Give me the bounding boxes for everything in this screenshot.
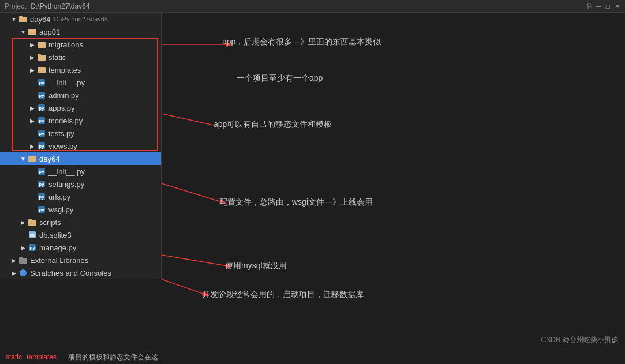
tree-item-scripts[interactable]: ▶ scripts <box>0 216 161 228</box>
svg-text:py: py <box>39 106 44 111</box>
tree-item-apps[interactable]: ▶ py apps.py <box>0 102 161 114</box>
tree-label-templates: templates <box>48 66 81 74</box>
tree-label-scripts: scripts <box>39 218 61 227</box>
tree-item-admin[interactable]: ▶ py admin.py <box>0 89 161 102</box>
tree-item-init2[interactable]: ▶ py __init__.py <box>0 165 161 178</box>
tree-label-day64: day64 <box>30 15 50 24</box>
tree-item-migrations[interactable]: ▶ migrations <box>0 38 161 51</box>
tree-item-settings[interactable]: ▶ py settings.py <box>0 178 161 190</box>
svg-text:py: py <box>39 207 44 212</box>
py-icon-apps: py <box>37 103 46 112</box>
chevron-right-icon: ▶ <box>18 217 28 227</box>
tree-item-day64-root[interactable]: ▼ day64 D:\Python27\day64 <box>0 13 161 25</box>
sidebar-wrapper: ▼ day64 D:\Python27\day64 ▼ app01 ▶ <box>0 13 162 350</box>
main-content: ▼ day64 D:\Python27\day64 ▼ app01 ▶ <box>0 13 625 350</box>
bottom-status-bar: static templates 项目的模板和静态文件会在这 <box>0 350 625 364</box>
svg-rect-1 <box>19 16 23 18</box>
svg-rect-39 <box>19 257 23 259</box>
annotation-4: 配置文件，总路由，wsgi文件---》上线会用 <box>219 197 373 208</box>
tree-label-day64-pkg: day64 <box>39 155 59 163</box>
svg-text:py: py <box>39 169 44 174</box>
tree-label-scratches: Scratches and Consoles <box>30 269 111 277</box>
tree-label-manage: manage.py <box>39 243 76 252</box>
tree-item-scratches[interactable]: ▶ Scratches and Consoles <box>0 267 161 279</box>
svg-text:py: py <box>39 194 44 200</box>
top-bar: Project D:\Python27\day64 ⎘ ─ □ ✕ <box>0 0 625 13</box>
annotation-2: 一个项目至少有一个app <box>237 73 323 84</box>
py-icon-init2: py <box>37 167 46 176</box>
tree-label-settings: settings.py <box>48 180 84 189</box>
annotation-3: app可以有自己的静态文件和模板 <box>214 119 332 130</box>
tree-label-apps: apps.py <box>48 104 75 112</box>
tree-label-init1: __init__.py <box>48 78 85 87</box>
chevron-right-icon: ▶ <box>9 256 18 265</box>
svg-line-45 <box>162 279 208 295</box>
tree-label-static: static <box>48 53 66 62</box>
tree-item-wsgi[interactable]: ▶ py wsgi.py <box>0 203 161 216</box>
tree-item-tests[interactable]: ▶ py tests.py <box>0 127 161 140</box>
svg-line-43 <box>162 183 225 203</box>
tree-item-manage[interactable]: ▶ py manage.py <box>0 241 161 254</box>
py-icon-models: py <box>37 116 46 125</box>
tree-item-app01[interactable]: ▼ app01 <box>0 25 161 38</box>
tree-item-db[interactable]: ▶ DB db.sqlite3 <box>0 228 161 241</box>
project-path: D:\Python27\day64 <box>31 2 89 10</box>
tree-label-migrations: migrations <box>48 40 83 49</box>
path-label: D:\Python27\day64 <box>54 16 108 22</box>
svg-text:py: py <box>39 118 44 123</box>
tree-label-ext-libs: External Libraries <box>30 256 88 265</box>
tree-label-wsgi: wsgi.py <box>48 205 73 214</box>
svg-text:py: py <box>39 131 44 136</box>
chevron-down-icon: ▼ <box>18 27 28 36</box>
folder-icon <box>18 14 28 24</box>
tree-label-models: models.py <box>48 117 83 125</box>
share-icon[interactable]: ⎘ <box>587 2 592 10</box>
folder-icon-migrations <box>37 40 46 49</box>
svg-text:py: py <box>39 80 44 85</box>
annotation-5: 使用mysql就没用 <box>225 261 287 271</box>
tree-item-templates[interactable]: ▶ templates <box>0 63 161 76</box>
tree-label-init2: __init__.py <box>48 167 85 176</box>
window-controls: ⎘ ─ □ ✕ <box>587 2 620 10</box>
minimize-icon[interactable]: ─ <box>596 2 601 10</box>
chevron-down-icon: ▼ <box>9 14 18 24</box>
chevron-right-icon: ▶ <box>28 141 37 151</box>
tree-label-views: views.py <box>48 142 77 151</box>
annotation-1: app，后期会有很多---》里面的东西基本类似 <box>222 37 381 47</box>
tree-item-ext-libs[interactable]: ▶ External Libraries <box>0 254 161 267</box>
tree-label-app01: app01 <box>39 28 60 36</box>
tree-item-urls[interactable]: ▶ py urls.py <box>0 190 161 203</box>
static-label: static <box>6 353 22 361</box>
close-icon[interactable]: ✕ <box>615 2 620 10</box>
templates-label: templates <box>27 353 57 361</box>
project-label: Project <box>5 2 26 10</box>
svg-text:py: py <box>39 144 44 149</box>
svg-rect-9 <box>38 67 41 69</box>
svg-line-42 <box>162 114 214 125</box>
folder-icon-scratches <box>18 268 28 277</box>
chevron-right-icon: ▶ <box>28 116 37 125</box>
svg-text:py: py <box>39 93 44 98</box>
tree-label-urls: urls.py <box>48 193 70 201</box>
tree-label-tests: tests.py <box>48 129 74 138</box>
svg-text:py: py <box>29 245 35 250</box>
tree-item-day64-pkg[interactable]: ▼ day64 <box>0 152 161 165</box>
tree-item-init1[interactable]: ▶ py __init__.py <box>0 76 161 89</box>
py-icon-manage: py <box>28 243 37 252</box>
chevron-right-icon: ▶ <box>28 40 37 49</box>
chevron-right-icon: ▶ <box>18 243 28 252</box>
db-icon: DB <box>28 230 37 239</box>
svg-text:DB: DB <box>30 234 35 237</box>
tree-item-models[interactable]: ▶ py models.py <box>0 114 161 127</box>
py-icon-wsgi: py <box>37 205 46 214</box>
maximize-icon[interactable]: □ <box>606 2 610 10</box>
tree-label-admin: admin.py <box>48 91 79 100</box>
bottom-description: 项目的模板和静态文件会在这 <box>68 352 158 362</box>
tree-item-static[interactable]: ▶ static <box>0 51 161 63</box>
chevron-right-icon: ▶ <box>28 103 37 112</box>
svg-line-44 <box>162 255 231 267</box>
chevron-right-icon: ▶ <box>28 52 37 62</box>
sidebar: ▼ day64 D:\Python27\day64 ▼ app01 ▶ <box>0 13 162 279</box>
tree-item-views[interactable]: ▶ py views.py <box>0 140 161 152</box>
svg-point-40 <box>20 269 27 276</box>
